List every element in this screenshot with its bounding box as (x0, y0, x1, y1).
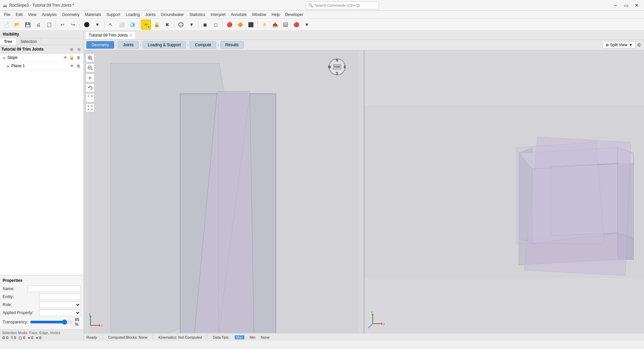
ground-button[interactable]: ⬛ (246, 20, 256, 30)
applied-select[interactable] (39, 309, 81, 316)
sep8 (257, 21, 258, 29)
rock-red-button[interactable]: 🔴 (291, 20, 301, 30)
count-red: ● 0 (28, 335, 33, 340)
workflow-joints[interactable]: Joints (118, 41, 138, 49)
shade-light-button[interactable]: ◻ (211, 20, 221, 30)
layers-button[interactable] (281, 20, 291, 30)
fit-small-button[interactable] (86, 93, 94, 102)
document-tab[interactable]: Tutorial 09 Trim Joints × (85, 31, 136, 39)
tree-collapse-button[interactable]: ⊟ (75, 46, 82, 53)
shade-dark-button[interactable]: ◼ (200, 20, 210, 30)
search-input[interactable] (315, 3, 368, 7)
open-button[interactable]: 📂 (12, 20, 22, 30)
close-button[interactable]: ✕ (632, 1, 641, 10)
add-joint-button[interactable]: + ▼ (141, 20, 151, 30)
svg-point-2 (179, 22, 183, 27)
tree-content: ▲ Slope 👁 🔒 🗑 ▲ Plane 1 👁 🗑 (0, 54, 83, 275)
search-box[interactable]: 🔍 (306, 1, 379, 9)
max-label: Max (235, 335, 244, 339)
maximize-button[interactable]: ▭ (621, 1, 631, 10)
svg-line-8 (91, 59, 92, 60)
menu-item-statistics[interactable]: Statistics (187, 12, 208, 18)
sep6 (198, 21, 198, 29)
role-select[interactable] (39, 301, 81, 308)
zoom-out-button[interactable] (86, 64, 94, 72)
material-red-button[interactable]: 🔴 (224, 20, 234, 30)
menu-item-view[interactable]: View (25, 12, 39, 18)
bolt-button[interactable]: ⚡ (259, 20, 269, 30)
print-button[interactable]: 🖨 (33, 20, 43, 30)
role-label: Role: (3, 302, 39, 307)
select-dropdown-button[interactable]: ▼ (92, 20, 102, 30)
menu-item-interpret[interactable]: Interpret (208, 12, 228, 18)
svg-line-44 (369, 324, 373, 327)
workflow-results[interactable]: Results (220, 41, 244, 49)
main-layout: Visibility Tree Selection Tutorial 09 Tr… (0, 31, 644, 341)
rotate-button[interactable] (86, 84, 94, 92)
menu-item-materials[interactable]: Materials (82, 12, 104, 18)
undo-button[interactable]: ↩ (58, 20, 67, 30)
menu-item-geometry[interactable]: Geometry (60, 12, 82, 18)
svg-point-0 (84, 22, 89, 27)
svg-text:z: z (368, 325, 370, 329)
plane1-delete-button[interactable]: 🗑 (75, 63, 81, 69)
workflow-compute[interactable]: Compute (190, 41, 216, 49)
tab-close-button[interactable]: × (130, 33, 132, 37)
color-wheel-button[interactable] (82, 20, 92, 30)
plane1-visible-button[interactable]: 👁 (69, 63, 75, 69)
transparency-slider[interactable] (30, 319, 73, 325)
new-button[interactable]: 📄 (1, 20, 11, 30)
slope-visible-button[interactable]: 👁 (62, 55, 68, 61)
selection-tab[interactable]: Selection (17, 38, 41, 45)
tree-item-slope[interactable]: ▲ Slope 👁 🔒 🗑 (0, 54, 83, 62)
save-button[interactable]: 💾 (23, 20, 33, 30)
3d-view-button[interactable]: 🧊 (127, 20, 137, 30)
slope-lock-button[interactable]: 🔒 (69, 55, 75, 61)
menu-item-joints[interactable]: Joints (143, 12, 158, 18)
slope-delete-button[interactable]: 🗑 (75, 55, 81, 61)
menu-item-groundwater[interactable]: Groundwater (158, 12, 187, 18)
viewport-left-tools: ✛ (86, 54, 94, 112)
svg-rect-5 (284, 24, 288, 26)
menu-item-loading[interactable]: Loading (123, 12, 143, 18)
menu-item-help[interactable]: Help (269, 12, 283, 18)
menu-item-file[interactable]: File (1, 12, 13, 18)
close-op-button[interactable]: ✖ (162, 20, 172, 30)
menu-item-developer[interactable]: Developer (283, 12, 306, 18)
zoom-in-button[interactable] (86, 54, 94, 62)
name-input[interactable] (28, 285, 81, 292)
menu-item-edit[interactable]: Edit (13, 12, 25, 18)
workflow-geometry[interactable]: Geometry (86, 41, 114, 49)
applied-label: Applied Property: (3, 310, 39, 315)
left-panel: Visibility Tree Selection Tutorial 09 Tr… (0, 31, 84, 341)
workflow-loading[interactable]: Loading & Support (143, 41, 186, 49)
more-button[interactable]: ▼ (302, 20, 312, 30)
menu-item-analysis[interactable]: Analysis (39, 12, 60, 18)
viewport-right[interactable]: x y z (364, 50, 644, 333)
viewport-settings-button[interactable]: ⚙ (637, 42, 641, 48)
tree-expand-button[interactable]: ⊞ (68, 46, 75, 53)
pink-shape-button[interactable]: 🔶 (235, 20, 245, 30)
menu-item-window[interactable]: Window (249, 12, 269, 18)
export2-button[interactable]: 📤 (270, 20, 280, 30)
svg-text:x: x (383, 322, 385, 325)
fit-large-button[interactable] (86, 103, 94, 112)
menu-item-annotate[interactable]: Annotate (228, 12, 249, 18)
pan-button[interactable]: ✛ (86, 74, 94, 82)
viewport-left[interactable]: ✛ (84, 50, 364, 333)
box-3d-button[interactable]: ⬜ (117, 20, 127, 30)
svg-rect-4 (284, 23, 288, 24)
arrow-select-button[interactable]: ↖ (106, 20, 116, 30)
compass-N: N (336, 59, 338, 62)
tree-tab[interactable]: Tree (0, 38, 17, 45)
split-view-button[interactable]: ⊞ Split View ▼ (603, 42, 636, 48)
orbit-button[interactable] (176, 20, 186, 30)
redo-button[interactable]: ↪ (68, 20, 78, 30)
menu-item-support[interactable]: Support (104, 12, 123, 18)
tree-item-plane1[interactable]: ▲ Plane 1 👁 🗑 (0, 62, 83, 70)
sep4 (139, 21, 139, 29)
export-button[interactable]: 📋 (44, 20, 54, 30)
view-dropdown-button[interactable]: ▼ (187, 20, 196, 30)
lock-button[interactable]: 🔒 (152, 20, 162, 30)
minimize-button[interactable]: ─ (611, 1, 620, 10)
